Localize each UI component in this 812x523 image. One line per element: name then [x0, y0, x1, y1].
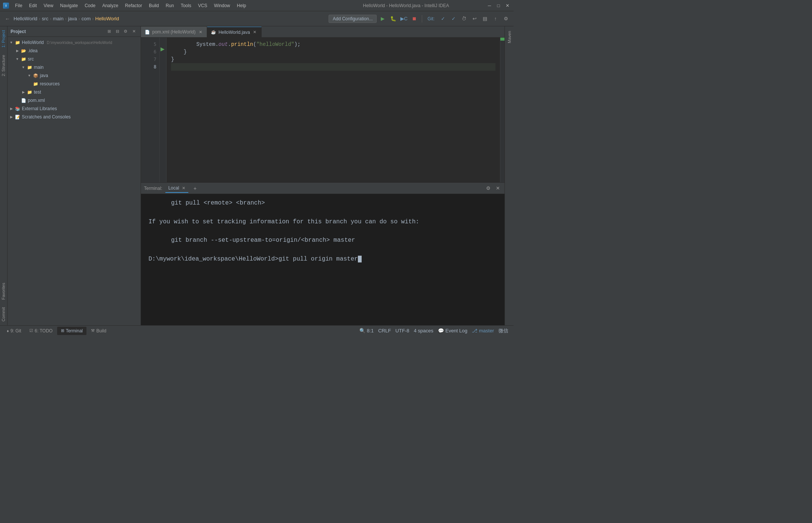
titlebar-left: I File Edit View Navigate Code Analyze R… — [3, 2, 249, 9]
status-encoding[interactable]: UTF-8 — [393, 326, 412, 336]
sidebar-commit-label[interactable]: Commit — [0, 303, 7, 325]
close-panel-button[interactable]: ✕ — [130, 28, 138, 35]
tree-pom[interactable]: ▶ 📄 pom.xml — [8, 96, 141, 105]
git-tab-label: 9: Git — [11, 328, 21, 334]
tree-test[interactable]: ▶ 📁 test — [8, 88, 141, 96]
run-with-coverage-button[interactable]: ▶C — [399, 14, 408, 23]
breadcrumb-src[interactable]: src — [42, 16, 48, 21]
minimize-button[interactable]: ─ — [486, 3, 492, 9]
maximize-button[interactable]: □ — [495, 3, 501, 9]
terminal-prompt-line: D:\mywork\idea_workspace\HelloWorld>git … — [148, 255, 497, 264]
build-tab-label: Build — [96, 328, 106, 334]
bottom-tab-build[interactable]: ⚒ Build — [87, 327, 110, 335]
status-indent[interactable]: 4 spaces — [412, 326, 436, 336]
sidebar-structure-label[interactable]: 2: Structure — [0, 51, 7, 80]
status-bar-inline: 🔍 8:1 CRLF UTF-8 4 spaces 💬 Event Log — [357, 326, 511, 336]
menu-file[interactable]: File — [12, 2, 25, 9]
tab-helloworld-java[interactable]: ☕ HelloWorld.java ✕ — [207, 27, 262, 37]
git-commit-button[interactable]: ✓ — [449, 14, 458, 23]
tree-main[interactable]: ▼ 📁 main — [8, 63, 141, 71]
menu-edit[interactable]: Edit — [26, 2, 40, 9]
editor-tabs: 📄 pom.xml (HelloWorld) ✕ ☕ HelloWorld.ja… — [141, 26, 504, 38]
menu-tools[interactable]: Tools — [178, 2, 194, 9]
local-tab-close[interactable]: ✕ — [182, 186, 185, 190]
resources-folder-icon: 📁 — [33, 81, 38, 86]
add-terminal-button[interactable]: + — [191, 185, 199, 192]
breadcrumb-hello-world[interactable]: HelloWorld — [14, 16, 37, 21]
git-update-button[interactable]: ✓ — [438, 14, 447, 23]
gutter-arrow: ▶ — [161, 46, 165, 52]
tree-src[interactable]: ▼ 📁 src — [8, 55, 141, 63]
bottom-tab-todo[interactable]: ☑ 6: TODO — [26, 327, 56, 335]
breadcrumb-com[interactable]: com — [82, 16, 91, 21]
code-line-8 — [171, 63, 495, 71]
terminal-info-line: If you wish to set tracking information … — [148, 217, 497, 227]
terminal-settings-button[interactable]: ⚙ — [485, 185, 492, 192]
debug-button[interactable]: 🐛 — [389, 14, 398, 23]
tree-idea[interactable]: ▶ 📂 .idea — [8, 47, 141, 55]
tab-pom-xml[interactable]: 📄 pom.xml (HelloWorld) ✕ — [141, 27, 207, 37]
bottom-tab-git[interactable]: ♦ 9: Git — [3, 327, 25, 335]
right-gutter — [500, 38, 504, 182]
menu-run[interactable]: Run — [163, 2, 177, 9]
breadcrumb-java[interactable]: java — [68, 16, 77, 21]
close-button[interactable]: ✕ — [504, 3, 511, 9]
terminal-close-button[interactable]: ✕ — [494, 185, 501, 192]
pom-label: pom.xml — [28, 98, 45, 103]
terminal-content[interactable]: git pull <remote> <branch> If you wish t… — [141, 194, 504, 325]
terminal-tab-local[interactable]: Local ✕ — [165, 184, 188, 193]
breadcrumb-main[interactable]: main — [53, 16, 64, 21]
git-settings-button[interactable]: ⚙ — [501, 14, 511, 23]
breadcrumb-current[interactable]: HelloWorld — [95, 16, 119, 21]
breadcrumb: HelloWorld › src › main › java › com › H… — [14, 16, 327, 21]
collapse-all-button[interactable]: ⊟ — [114, 28, 121, 35]
status-branch[interactable]: ⎇ master — [470, 326, 496, 336]
menu-window[interactable]: Window — [211, 2, 233, 9]
sidebar-favorites-label[interactable]: Favorites — [0, 279, 7, 303]
editor-terminal-area: 📄 pom.xml (HelloWorld) ✕ ☕ HelloWorld.ja… — [141, 26, 504, 325]
maven-label[interactable]: Maven — [506, 28, 513, 46]
sidebar-project-label[interactable]: 1: Project — [0, 26, 7, 51]
main-label: main — [34, 65, 44, 70]
menu-build[interactable]: Build — [146, 2, 162, 9]
tree-ext-libs[interactable]: ▶ 📚 External Libraries — [8, 105, 141, 113]
menu-help[interactable]: Help — [234, 2, 249, 9]
tree-resources[interactable]: ▶ 📁 resources — [8, 80, 141, 88]
tree-scratches[interactable]: ▶ 📝 Scratches and Consoles — [8, 113, 141, 121]
run-config-button[interactable]: Add Configuration... — [329, 15, 377, 23]
stop-button[interactable]: ⏹ — [410, 14, 419, 23]
run-button[interactable]: ▶ — [378, 14, 387, 23]
bottom-tab-terminal[interactable]: ⊞ Terminal — [57, 327, 86, 335]
menu-navigate[interactable]: Navigate — [57, 2, 81, 9]
expand-all-button[interactable]: ⊞ — [105, 28, 113, 35]
status-crlf[interactable]: CRLF — [376, 326, 393, 336]
status-position[interactable]: 🔍 8:1 — [357, 326, 376, 336]
java-tab-close[interactable]: ✕ — [252, 30, 258, 35]
git-tab-icon: ♦ — [7, 329, 9, 333]
java-folder-icon: 📦 — [33, 73, 38, 78]
menu-analyze[interactable]: Analyze — [99, 2, 121, 9]
git-branches-button[interactable]: ▤ — [480, 14, 489, 23]
tree-root-helloworld[interactable]: ▼ 📁 HelloWorld D:\mywork\idea_workspace\… — [8, 38, 141, 47]
menu-vcs[interactable]: VCS — [195, 2, 211, 9]
app-icon: I — [3, 3, 9, 9]
menu-code[interactable]: Code — [82, 2, 98, 9]
git-push-button[interactable]: ↑ — [491, 14, 500, 23]
panel-settings-button[interactable]: ⚙ — [122, 28, 129, 35]
println-method: println — [231, 41, 253, 48]
titlebar: I File Edit View Navigate Code Analyze R… — [0, 0, 514, 11]
menu-view[interactable]: View — [41, 2, 56, 9]
toolbar-separator — [422, 15, 422, 23]
idea-folder-icon: 📂 — [21, 48, 26, 53]
back-button[interactable]: ← — [3, 14, 12, 23]
git-rollback-button[interactable]: ↩ — [470, 14, 479, 23]
pom-tab-close[interactable]: ✕ — [198, 29, 203, 35]
menu-refactor[interactable]: Refactor — [122, 2, 145, 9]
code-content[interactable]: System.out.println("helloWorld"); } } — [167, 38, 500, 182]
wechat-button[interactable]: 微信 — [496, 326, 511, 336]
git-history-button[interactable]: ⏱ — [459, 14, 468, 23]
src-folder-icon: 📁 — [21, 56, 26, 62]
tree-java[interactable]: ▼ 📦 java — [8, 71, 141, 80]
status-event-log[interactable]: 💬 Event Log — [436, 326, 470, 336]
tree-arrow-root: ▼ — [9, 40, 14, 45]
